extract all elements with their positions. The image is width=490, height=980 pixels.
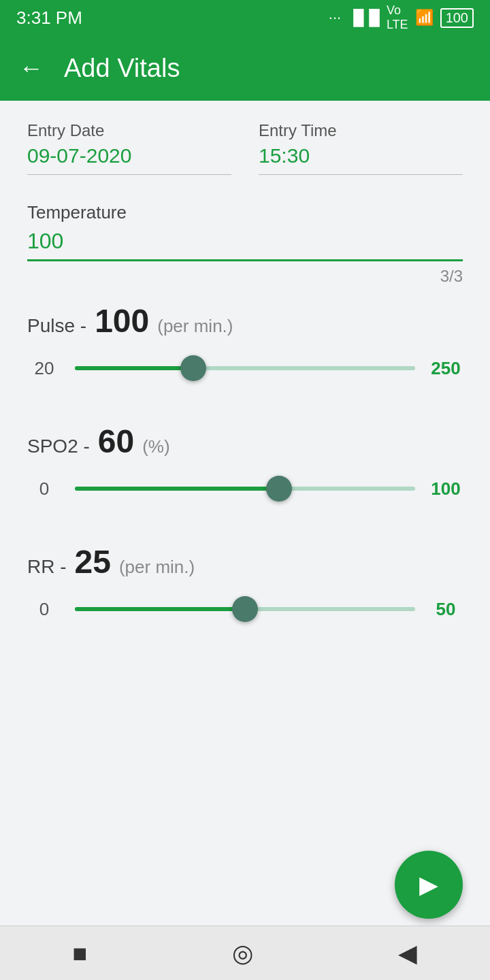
entry-time-field[interactable]: Entry Time 15:30: [259, 121, 463, 175]
spo2-max-label: 100: [429, 478, 463, 500]
battery-icon: 100: [440, 8, 474, 28]
pulse-header: Pulse - 100 (per min.): [27, 302, 463, 340]
rr-slider-track[interactable]: [75, 595, 415, 623]
wifi-icon: 📶: [415, 9, 434, 27]
temperature-input-wrapper: 3/3: [27, 229, 463, 261]
square-icon: ■: [73, 939, 88, 968]
rr-unit: (per min.): [119, 557, 195, 578]
pulse-thumb[interactable]: [180, 355, 206, 381]
spo2-header: SPO2 - 60 (%): [27, 423, 463, 460]
send-icon: ►: [413, 866, 444, 903]
spo2-slider-wrapper: 0 100: [27, 475, 463, 502]
back-button[interactable]: ←: [19, 54, 44, 82]
status-icons: ··· ▐▌█ VoLTE 📶 100: [329, 3, 474, 32]
temperature-counter: 3/3: [440, 267, 463, 286]
temperature-input[interactable]: [27, 229, 463, 261]
lte-icon: VoLTE: [387, 3, 408, 32]
rr-slider-wrapper: 0 50: [27, 595, 463, 623]
spo2-name: SPO2 -: [27, 436, 90, 457]
temperature-section: Temperature 3/3: [27, 202, 463, 261]
pulse-slider-track[interactable]: [75, 355, 415, 382]
temperature-label: Temperature: [27, 202, 463, 223]
signal-dots: ···: [329, 9, 341, 27]
circle-icon: ◎: [232, 939, 253, 968]
rr-max-label: 50: [429, 599, 463, 620]
entry-time-value: 15:30: [259, 144, 463, 175]
rr-thumb[interactable]: [232, 596, 258, 622]
spo2-unit: (%): [142, 436, 169, 457]
entry-date-label: Entry Date: [27, 121, 231, 140]
entry-time-label: Entry Time: [259, 121, 463, 140]
rr-min-label: 0: [27, 599, 61, 620]
pulse-min-label: 20: [27, 358, 61, 379]
nav-home-button[interactable]: ◎: [232, 939, 253, 968]
pulse-slider-wrapper: 20 250: [27, 355, 463, 382]
pulse-name: Pulse -: [27, 315, 86, 337]
nav-square-button[interactable]: ■: [73, 939, 88, 968]
pulse-value: 100: [95, 302, 149, 340]
spo2-section: SPO2 - 60 (%) 0 100: [27, 423, 463, 502]
entry-row: Entry Date 09-07-2020 Entry Time 15:30: [27, 121, 463, 175]
entry-date-value: 09-07-2020: [27, 144, 231, 175]
pulse-section: Pulse - 100 (per min.) 20 250: [27, 302, 463, 382]
rr-name: RR -: [27, 556, 67, 578]
bottom-nav: ■ ◎ ◀: [0, 926, 490, 980]
pulse-max-label: 250: [429, 358, 463, 379]
entry-date-field[interactable]: Entry Date 09-07-2020: [27, 121, 231, 175]
rr-value: 25: [75, 543, 111, 581]
spo2-value: 60: [98, 423, 134, 460]
spo2-min-label: 0: [27, 478, 61, 500]
back-nav-icon: ◀: [398, 939, 417, 968]
nav-back-button[interactable]: ◀: [398, 939, 417, 968]
main-content: Entry Date 09-07-2020 Entry Time 15:30 T…: [0, 101, 490, 980]
pulse-unit: (per min.): [157, 316, 233, 337]
signal-bars: ▐▌█: [348, 9, 380, 27]
spo2-thumb[interactable]: [266, 476, 292, 502]
app-header: ← Add Vitals: [0, 35, 490, 101]
rr-section: RR - 25 (per min.) 0 50: [27, 543, 463, 623]
status-time: 3:31 PM: [16, 7, 82, 29]
rr-header: RR - 25 (per min.): [27, 543, 463, 581]
submit-fab[interactable]: ►: [395, 851, 463, 919]
spo2-slider-track[interactable]: [75, 475, 415, 502]
page-title: Add Vitals: [64, 54, 180, 83]
status-bar: 3:31 PM ··· ▐▌█ VoLTE 📶 100: [0, 0, 490, 35]
